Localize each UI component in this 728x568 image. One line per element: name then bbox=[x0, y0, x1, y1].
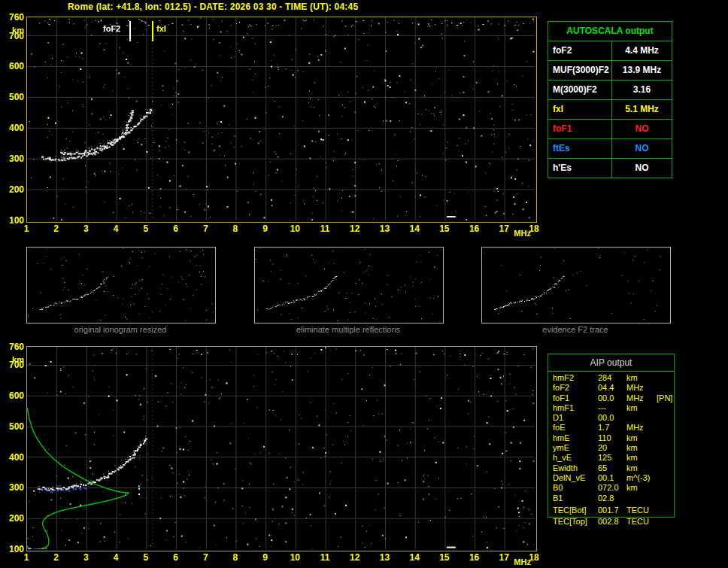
x-tick: 16 bbox=[466, 553, 484, 562]
x-tick: 14 bbox=[405, 224, 423, 233]
aip-row-foF1: foF100.0MHz[PN] bbox=[548, 393, 674, 403]
autoscala-param-value: NO bbox=[612, 120, 672, 138]
autoscala-output-table: AUTOSCALA output foF24.4 MHzMUF(3000)F21… bbox=[548, 21, 672, 178]
x-tick: 5 bbox=[137, 224, 155, 233]
fxi-marker-line bbox=[152, 21, 153, 41]
aip-row-hmF2: hmF2284km bbox=[548, 373, 674, 383]
x-tick: 15 bbox=[435, 224, 453, 233]
station-title: Rome (lat: +41.8, lon: 012.5) - DATE: 20… bbox=[68, 2, 358, 12]
x-tick: 13 bbox=[375, 224, 393, 233]
autoscala-row-ftEs: ftEsNO bbox=[548, 139, 672, 159]
y-tick: 700 bbox=[3, 360, 24, 369]
aip-row-hmE: hmE110km bbox=[548, 433, 674, 443]
x-tick: 11 bbox=[316, 224, 334, 233]
restored-ionogram bbox=[26, 346, 537, 551]
x-tick: 6 bbox=[167, 553, 185, 562]
autoscala-row-fxI: fxI5.1 MHz bbox=[548, 100, 672, 120]
aip-row-Ewidth: Ewidth65km bbox=[548, 463, 674, 473]
x-tick: 8 bbox=[226, 224, 244, 233]
aip-table-header: AIP output bbox=[548, 354, 674, 372]
autoscala-param-label: MUF(3000)F2 bbox=[548, 61, 612, 80]
main-ionogram: foF2 fxI bbox=[26, 17, 537, 223]
x-tick: 17 bbox=[495, 224, 513, 233]
x-tick: 2 bbox=[47, 553, 65, 562]
aip-row-ymE: ymE20km bbox=[548, 443, 674, 453]
autoscala-param-label: h'Es bbox=[548, 159, 612, 178]
thumbnail-f2trace-caption: evidence F2 trace bbox=[481, 325, 669, 334]
x-tick: 18 bbox=[525, 553, 543, 562]
x-tick: 5 bbox=[137, 553, 155, 562]
y-axis-unit: km bbox=[3, 355, 24, 364]
autoscala-table-header: AUTOSCALA output bbox=[548, 22, 672, 41]
autoscala-row-foF1: foF1NO bbox=[548, 120, 672, 139]
aip-row-D1: D100.0 bbox=[548, 413, 674, 423]
x-tick: 3 bbox=[77, 224, 95, 233]
x-tick: 7 bbox=[196, 224, 214, 233]
x-tick: 13 bbox=[375, 553, 393, 562]
y-tick: 700 bbox=[3, 32, 24, 41]
thumbnail-filtered bbox=[254, 247, 444, 323]
y-tick: 200 bbox=[3, 514, 24, 523]
x-tick: 1 bbox=[17, 553, 35, 562]
aip-output-table: AIP output hmF2284kmfoF204.4MHzfoF100.0M… bbox=[548, 354, 675, 518]
aip-row-B1: B102.8 bbox=[548, 494, 674, 503]
aip-row-hmF1: hmF1---km bbox=[548, 403, 674, 413]
x-tick: 8 bbox=[226, 553, 244, 562]
aip-row-TEC[Bot]: TEC[Bot]001.7TECU bbox=[548, 506, 674, 515]
y-tick: 500 bbox=[3, 422, 24, 431]
autoscala-param-value: 4.4 MHz bbox=[612, 41, 672, 60]
restored-ionogram-canvas bbox=[27, 347, 535, 549]
fof2-marker-line bbox=[129, 21, 131, 41]
x-tick: 10 bbox=[286, 224, 304, 233]
autoscala-screen: Rome (lat: +41.8, lon: 012.5) - DATE: 20… bbox=[0, 0, 728, 568]
autoscala-param-value: NO bbox=[612, 139, 672, 158]
y-tick: 760 bbox=[3, 13, 24, 22]
x-tick: 9 bbox=[256, 224, 275, 233]
fof2-marker-label: foF2 bbox=[103, 25, 120, 33]
y-tick: 600 bbox=[3, 391, 24, 400]
y-tick: 300 bbox=[3, 483, 24, 492]
thumbnail-filtered-canvas bbox=[255, 248, 441, 321]
y-tick: 400 bbox=[3, 123, 24, 132]
x-tick: 14 bbox=[405, 553, 423, 562]
autoscala-table-rows: foF24.4 MHzMUF(3000)F213.9 MHzM(3000)F23… bbox=[548, 41, 672, 178]
autoscala-row-M(3000)F2: M(3000)F23.16 bbox=[548, 80, 672, 100]
thumbnail-filtered-caption: eliminate multiple reflections bbox=[254, 325, 442, 334]
aip-row-foE: foE1.7MHz bbox=[548, 423, 674, 433]
y-axis-unit: km bbox=[3, 26, 24, 35]
x-tick: 12 bbox=[346, 553, 364, 562]
x-tick: 7 bbox=[196, 553, 214, 562]
thumbnail-original-caption: original ionogram resized bbox=[26, 325, 214, 334]
thumbnail-original bbox=[26, 247, 216, 323]
y-tick: 200 bbox=[3, 185, 24, 194]
aip-row-h_vE: h_vE125km bbox=[548, 453, 674, 463]
x-tick: 6 bbox=[167, 224, 185, 233]
autoscala-param-label: M(3000)F2 bbox=[548, 80, 612, 99]
autoscala-param-value: 3.16 bbox=[612, 80, 672, 99]
x-tick: 9 bbox=[256, 553, 275, 562]
aip-row-foF2: foF204.4MHz bbox=[548, 383, 674, 393]
aip-table-rows: hmF2284kmfoF204.4MHzfoF100.0MHz[PN]hmF1-… bbox=[548, 373, 674, 515]
x-tick: 10 bbox=[286, 553, 304, 562]
autoscala-row-foF2: foF24.4 MHz bbox=[548, 41, 672, 61]
y-tick: 400 bbox=[3, 453, 24, 462]
x-tick: 4 bbox=[107, 553, 125, 562]
y-tick: 760 bbox=[3, 342, 24, 351]
x-tick: 12 bbox=[346, 224, 364, 233]
x-tick: 4 bbox=[107, 224, 125, 233]
y-tick: 600 bbox=[3, 62, 24, 71]
x-tick: 18 bbox=[525, 224, 543, 233]
autoscala-param-value: 13.9 MHz bbox=[612, 61, 672, 80]
autoscala-param-label: foF1 bbox=[548, 120, 612, 138]
aip-row-DelN_vE: DelN_vE00.1m^(-3) bbox=[548, 473, 674, 483]
autoscala-param-label: fxI bbox=[548, 100, 612, 119]
autoscala-param-label: ftEs bbox=[548, 139, 612, 158]
autoscala-param-label: foF2 bbox=[548, 41, 612, 60]
autoscala-row-MUF(3000)F2: MUF(3000)F213.9 MHz bbox=[548, 61, 672, 80]
autoscala-param-value: 5.1 MHz bbox=[612, 100, 672, 119]
aip-tec-top-row: TEC[Top]002.8TECU bbox=[548, 517, 672, 527]
x-tick: 16 bbox=[466, 224, 484, 233]
x-tick: 2 bbox=[47, 224, 65, 233]
x-tick: 3 bbox=[77, 553, 95, 562]
autoscala-row-h'Es: h'EsNO bbox=[548, 159, 672, 178]
